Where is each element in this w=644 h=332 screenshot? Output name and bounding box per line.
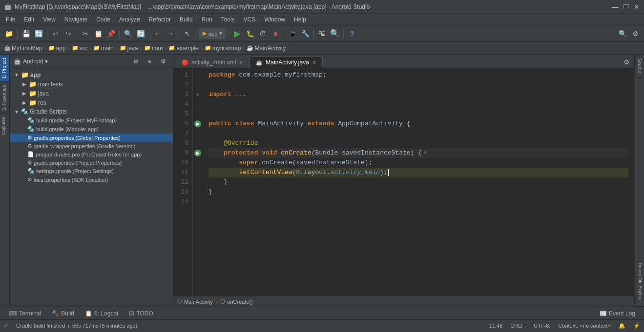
tree-gradle-properties-global[interactable]: ⚙ gradle.properties (Global Properties) (10, 134, 173, 142)
menu-item-help[interactable]: Help (290, 15, 310, 24)
breadcrumb-myfirstmap2[interactable]: myfirstmap (212, 45, 241, 52)
sidebar: 🤖 Android ▾ ⚙ ≡ ⚙ ▼ 📁 app ▶ 📁 manifests (10, 55, 173, 307)
code-line-9: protected void onCreate (Bundle savedIns… (208, 148, 628, 158)
tab-close-activity-main[interactable]: ✕ (239, 59, 243, 66)
stop-button[interactable]: ■ (270, 28, 281, 39)
menu-item-tools[interactable]: Tools (217, 15, 239, 24)
search-icon[interactable]: 🔍 (617, 28, 628, 39)
tree-local-properties[interactable]: ⚙ local.properties (SDK Location) (10, 176, 173, 184)
tree-item-res[interactable]: ▶ 📁 res (10, 98, 173, 107)
breadcrumb-main[interactable]: main (101, 45, 114, 52)
terminal-tab[interactable]: ⌨ Terminal (4, 309, 46, 318)
breadcrumb-app[interactable]: app (56, 45, 66, 52)
toolbar-paste-btn[interactable]: 📌 (105, 28, 117, 39)
status-line-ending[interactable]: CRLF: (510, 323, 526, 329)
menu-item-window[interactable]: Window (260, 15, 289, 24)
tab-close-mainactivity[interactable]: ✕ (312, 59, 316, 66)
structure-button[interactable]: 🏗 (316, 28, 328, 39)
editor-settings-icon[interactable]: ⚙ (621, 56, 632, 68)
gutter-line-9: ▶ (193, 148, 203, 158)
toolbar-project-btn[interactable]: 📁 (3, 28, 15, 39)
toolbar-sync-btn[interactable]: 🔄 (33, 28, 44, 39)
tree-item-gradle-scripts[interactable]: ▼ 🔩 Gradle Scripts (10, 107, 173, 116)
device-explorer-tab[interactable]: Device File Explorer (635, 259, 644, 307)
search-everywhere-btn[interactable]: 🔍 (329, 28, 341, 39)
menu-item-navigate[interactable]: Navigate (61, 15, 91, 24)
tree-item-manifests[interactable]: ▶ 📁 manifests (10, 79, 173, 89)
toolbar-cut-btn[interactable]: ✂ (80, 28, 91, 39)
breadcrumb-com[interactable]: com (152, 45, 163, 52)
breadcrumb-java[interactable]: java (127, 45, 138, 52)
menu-item-refactor[interactable]: Refactor (145, 15, 175, 24)
favorites-panel-tab[interactable]: 2: Favorites (0, 81, 9, 113)
tree-gradle-build-app[interactable]: 🔩 build.gradle (Module: app) (10, 125, 173, 134)
android-dropdown[interactable]: 🤖 Android ▾ (14, 58, 48, 65)
menu-item-run[interactable]: Run (198, 15, 216, 24)
toolbar-back-btn[interactable]: ← (152, 28, 164, 39)
breadcrumb-example[interactable]: example (176, 45, 198, 52)
help-button[interactable]: ? (346, 28, 358, 39)
debug-button[interactable]: 🐛 (244, 28, 256, 39)
logcat-tab[interactable]: 📋 6: Logcat (80, 309, 123, 318)
code-area[interactable]: package com.example.myfirstmap; import .… (203, 68, 634, 296)
breadcrumb-mainactivity[interactable]: MainActivity (254, 45, 286, 52)
breadcrumb-oncreate[interactable]: onCreate() (227, 299, 253, 305)
tree-gradle-wrapper-properties[interactable]: ⚙ gradle-wrapper.properties (Gradle Vers… (10, 142, 173, 150)
gutter-line-3: + (193, 90, 203, 99)
class-run-icon[interactable]: ▶ (194, 120, 201, 127)
sync-icon[interactable]: ⚙ (130, 56, 142, 67)
tree-proguard-rules[interactable]: 📄 proguard-rules.pro (ProGuard Rules for… (10, 150, 173, 158)
tree-gradle-build-project[interactable]: 🔩 build.gradle (Project: MyFirstMap) (10, 116, 173, 125)
title-text: 🤖 MyFirstMap [G:\workspace\MapGIS\MyFirs… (4, 3, 370, 10)
toolbar-redo-btn[interactable]: ↪ (62, 28, 74, 39)
sdk-button[interactable]: 🔧 (299, 28, 311, 39)
toolbar-copy-btn[interactable]: 📋 (92, 28, 104, 39)
menu-item-analyze[interactable]: Analyze (115, 15, 144, 24)
tree-settings-gradle[interactable]: 🔩 settings.gradle (Project Settings) (10, 167, 173, 176)
maximize-button[interactable]: ☐ (623, 3, 629, 10)
toolbar-undo-btn[interactable]: ↩ (50, 28, 62, 39)
menu-item-build[interactable]: Build (176, 15, 197, 24)
fold-arrow-9[interactable]: ▼ (424, 148, 427, 158)
gradle-panel-tab[interactable]: Gradle (635, 55, 644, 78)
status-right: 11:48 CRLF: UTF-8: Context: <no context>… (489, 323, 640, 329)
settings-gear-icon[interactable]: ⚙ (157, 56, 169, 67)
menu-item-edit[interactable]: Edit (20, 15, 38, 24)
menu-item-view[interactable]: View (39, 15, 60, 24)
breadcrumb-mainactivity-bottom[interactable]: MainActivity (184, 299, 213, 305)
method-run-icon[interactable]: ▶ (194, 150, 201, 156)
status-encoding[interactable]: UTF-8: (534, 323, 550, 329)
run-button[interactable]: ▶ (231, 28, 243, 39)
todo-tab[interactable]: ☑ TODO (124, 309, 158, 318)
tab-activity-main[interactable]: 🔴 activity_main.xml ✕ (175, 57, 249, 68)
menu-item-vcs[interactable]: VCS (240, 15, 260, 24)
tree-gradle-properties-project[interactable]: ⚙ gradle.properties (Project Properties) (10, 158, 173, 167)
tab-mainactivity[interactable]: ☕ MainActivity.java ✕ (249, 57, 322, 68)
settings-icon[interactable]: ⚙ (629, 28, 641, 39)
toolbar-cursor-btn[interactable]: ↖ (182, 28, 193, 39)
toolbar-replace-btn[interactable]: 🔄 (135, 28, 146, 39)
breadcrumb-myfirstmap[interactable]: MyFirstMap (12, 45, 42, 52)
toolbar-save-btn[interactable]: 💾 (20, 28, 32, 39)
logcat-icon: 📋 (85, 310, 92, 317)
fold-import-btn[interactable]: + (196, 92, 199, 98)
collapse-icon[interactable]: ≡ (144, 56, 155, 67)
app-selector[interactable]: ▶ app ▾ (199, 28, 226, 39)
captures-panel-tab[interactable]: Captures (0, 114, 9, 138)
event-log-tab[interactable]: 📰 Event Log (595, 309, 640, 318)
minimize-button[interactable]: — (612, 3, 619, 10)
avd-button[interactable]: 📱 (287, 28, 298, 39)
gutter-line-10 (193, 158, 203, 168)
project-panel-tab[interactable]: 1: Project (0, 55, 9, 81)
toolbar-sep-9 (284, 29, 284, 39)
profile-button[interactable]: ⏱ (257, 28, 269, 39)
toolbar-search-btn[interactable]: 🔍 (122, 28, 134, 39)
build-tab[interactable]: 🔨 Build (47, 309, 79, 318)
menu-item-file[interactable]: File (2, 15, 19, 24)
tree-item-app[interactable]: ▼ 📁 app (10, 70, 173, 79)
menu-item-code[interactable]: Code (92, 15, 114, 24)
breadcrumb-src[interactable]: src (80, 45, 87, 52)
tree-item-java[interactable]: ▶ 📁 java (10, 89, 173, 98)
close-button[interactable]: ✕ (633, 3, 640, 10)
toolbar-forward-btn[interactable]: → (165, 28, 176, 39)
